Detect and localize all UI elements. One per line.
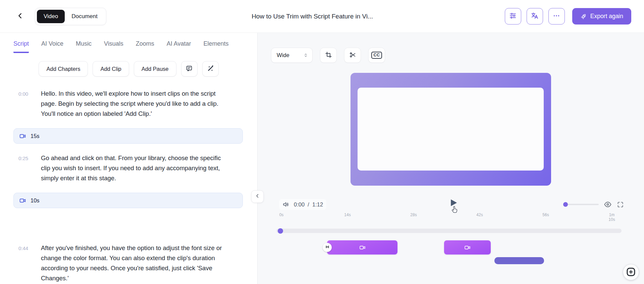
fullscreen-icon[interactable] [617,201,624,208]
timeline-audio-segment[interactable] [494,257,544,264]
clip-chip-10s[interactable]: 10s [13,193,243,208]
aspect-ratio-select[interactable]: Wide [271,48,313,63]
timestamp: 0:44 [18,243,34,283]
tab-music[interactable]: Music [76,40,92,53]
aspect-ratio-value: Wide [277,52,289,58]
magic-wand-button[interactable] [202,61,219,77]
chevron-updown-icon [303,53,308,58]
transition-icon [325,244,330,250]
export-again-label: Export again [590,13,623,20]
add-media-button[interactable] [623,265,639,280]
translate-icon [531,12,539,21]
top-bar: Video Document How to Use Trim with Scri… [0,0,644,33]
eye-icon[interactable] [604,200,612,208]
add-chapters-button[interactable]: Add Chapters [39,61,88,77]
tab-elements[interactable]: Elements [204,40,229,53]
script-paragraph[interactable]: After you've finished, you have the opti… [41,243,231,283]
script-block-3: 0:44 After you've finished, you have the… [0,243,257,283]
add-pause-button[interactable]: Add Pause [134,61,176,77]
playback-time: 0:00 / 1:12 [294,201,323,208]
timeline-ruler[interactable]: 0s 14s 28s 42s 56s 1m 10s [276,212,622,224]
timestamp: 0:00 [18,89,34,119]
export-again-button[interactable]: Export again [572,8,631,25]
tick-0s: 0s [279,212,284,217]
tab-ai-voice[interactable]: AI Voice [41,40,63,53]
sliders-icon [509,12,517,21]
video-camera-icon [19,133,26,140]
video-canvas[interactable] [351,73,551,186]
timestamp: 0:25 [18,153,34,183]
add-media-icon [626,267,636,278]
speaker-icon[interactable] [282,201,290,208]
script-paragraph[interactable]: Hello. In this video, we'll explore how … [41,89,231,119]
script-panel: Script AI Voice Music Visuals Zooms AI A… [0,33,258,284]
comment-icon [185,65,193,73]
settings-button[interactable] [505,8,521,25]
tick-42s: 42s [476,212,483,217]
volume-time-group: 0:00 / 1:12 [279,199,326,210]
tab-ai-avatar[interactable]: AI Avatar [167,40,191,53]
comments-button[interactable] [181,61,198,77]
tab-visuals[interactable]: Visuals [104,40,123,53]
video-camera-icon [19,197,26,204]
crop-icon [325,51,332,59]
script-block-1: 0:00 Hello. In this video, we'll explore… [0,89,257,119]
chevron-left-icon [16,12,24,20]
preview-panel: Wide CC [258,33,644,284]
clip-chip-15s[interactable]: 15s [13,128,243,144]
timeline-clips-track [258,240,644,277]
subtitles-button[interactable]: CC [368,48,385,63]
collapse-panel-button[interactable] [251,190,264,203]
clip-duration-label: 10s [31,197,40,204]
tick-14s: 14s [344,212,351,217]
main-area: Script AI Voice Music Visuals Zooms AI A… [0,33,644,284]
clip-duration-label: 15s [31,133,40,139]
view-controls [564,200,624,208]
document-mode-button[interactable]: Document [65,10,104,23]
scissors-icon [349,51,356,59]
tick-28s: 28s [410,212,417,217]
preview-toolbar: Wide CC [258,33,644,63]
cc-icon: CC [371,52,382,59]
script-list: 0:00 Hello. In this video, we'll explore… [0,89,257,283]
video-document-toggle: Video Document [35,8,106,25]
video-content-placeholder [358,88,544,171]
tick-56s: 56s [542,212,549,217]
slider-handle[interactable] [563,202,568,207]
script-toolbar: Add Chapters Add Clip Add Pause [0,61,257,77]
translate-button[interactable] [527,8,543,25]
project-title[interactable]: How to Use Trim with Script Feature in V… [252,13,373,20]
ellipsis-icon [552,12,560,21]
play-button[interactable] [450,199,457,208]
add-clip-button[interactable]: Add Clip [93,61,129,77]
playhead-handle[interactable] [278,228,283,234]
rocket-icon [579,11,588,21]
script-paragraph[interactable]: Go ahead and click on that. From your li… [41,153,231,183]
tab-script[interactable]: Script [13,40,29,53]
chevron-left-icon [255,193,260,200]
trim-button[interactable] [344,48,361,63]
timeline-clip-2[interactable] [444,240,491,254]
transition-button[interactable] [323,243,332,252]
playback-controls: 0:00 / 1:12 [258,198,644,210]
video-camera-icon [464,244,471,251]
timeline-zoom-slider[interactable] [564,204,599,205]
magic-wand-icon [207,65,214,73]
tab-zooms[interactable]: Zooms [136,40,154,53]
editor-tabs: Script AI Voice Music Visuals Zooms AI A… [0,33,257,53]
header-actions: Export again [505,8,631,25]
script-block-2: 0:25 Go ahead and click on that. From yo… [0,153,257,183]
tick-1m10s: 1m 10s [607,212,617,222]
timeline-clip-1[interactable] [327,240,397,254]
video-camera-icon [359,244,366,251]
more-options-button[interactable] [548,8,565,25]
back-button[interactable] [13,9,28,24]
crop-button[interactable] [320,48,337,63]
timeline-scrubber[interactable] [276,229,622,233]
video-mode-button[interactable]: Video [37,10,65,23]
